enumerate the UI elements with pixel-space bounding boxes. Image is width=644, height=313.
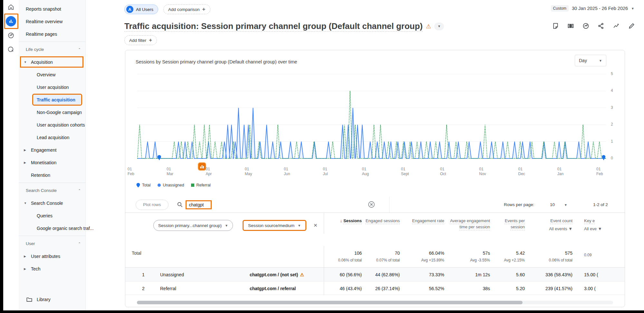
column-label: Average engagement time per session [450, 218, 490, 229]
sidebar-item-realtime-pages[interactable]: Realtime pages [19, 28, 85, 40]
total-metric-2: 66.04%Avg +15.89% [403, 246, 447, 267]
sidebar-item-engagement[interactable]: ▶Engagement [19, 144, 85, 156]
sidebar-item-user-acquisition-cohorts[interactable]: User acquisition cohorts [19, 119, 85, 131]
arrow-collapsed-icon[interactable]: ▶ [24, 267, 27, 270]
table-search[interactable]: chatgpt [177, 200, 212, 209]
add-comparison-button[interactable]: Add comparison + [163, 5, 210, 14]
sidebar-item-label: Monetisation [31, 160, 56, 165]
chevron-down-icon: ▼ [599, 59, 602, 62]
x-tick-8: 01Oct [440, 167, 459, 176]
arrow-expanded-icon[interactable]: ▼ [24, 61, 27, 64]
legend-item-referral: Referral [191, 183, 210, 187]
sidebar-item-non-google-campaign[interactable]: Non-Google campaign [19, 106, 85, 119]
notes-icon[interactable] [552, 23, 559, 29]
column-header-event-count[interactable]: Event countAll events ▼ [528, 213, 576, 234]
sidebar-item-tech[interactable]: ▶Tech [19, 262, 85, 275]
total-marker-tip-1 [602, 158, 605, 160]
column-header-engaged-sessions[interactable]: Engaged sessions [365, 213, 403, 234]
arrow-expanded-icon[interactable]: ▼ [24, 202, 27, 205]
home-icon[interactable] [3, 0, 19, 14]
chevron-up-icon[interactable]: ⌃ [78, 242, 81, 245]
column-header-key-e[interactable]: Key eAll eve ▼ [576, 213, 625, 234]
secondary-dimension-select[interactable]: Session source/medium ▼ [243, 220, 306, 231]
event-filter-select[interactable]: All events ▼ [528, 226, 572, 232]
y-tick-3: 3 [611, 105, 620, 110]
search-input[interactable]: chatgpt [186, 200, 212, 209]
sidebar-item-acquisition[interactable]: ▼Acquisition [19, 56, 85, 68]
column-header-engagement-rate[interactable]: Engagement rate [403, 213, 447, 234]
sidebar-item-label: Realtime pages [26, 32, 57, 37]
secondary-dimension-value: Session source/medium [248, 223, 294, 228]
clear-search-icon[interactable] [368, 201, 375, 209]
arrow-collapsed-icon[interactable]: ▶ [24, 148, 27, 152]
legend-label: Total [142, 183, 150, 187]
segment-pill-all-users[interactable]: A All Users [124, 5, 158, 14]
column-header-events-per-session[interactable]: Events per session [493, 213, 528, 234]
x-tick-2: 01Apr [206, 167, 225, 176]
sidebar-item-monetisation[interactable]: ▶Monetisation [19, 156, 85, 169]
x-axis-labels: 01Feb01Mar01Apr01May01Jun01Jul01Aug01Sep… [137, 167, 606, 180]
chevron-down-icon[interactable]: ▼ [564, 203, 567, 207]
add-filter-button[interactable]: Add filter + [124, 35, 157, 45]
plus-icon: + [149, 37, 152, 43]
legend-circle-icon [158, 184, 161, 187]
sidebar-item-label: Engagement [31, 147, 56, 153]
chevron-up-icon[interactable]: ⌃ [78, 189, 81, 192]
sidebar-item-queries[interactable]: Queries [19, 209, 85, 222]
sidebar-section-user[interactable]: User⌃ [19, 237, 85, 250]
report-toolbar [552, 23, 635, 29]
sidebar-item-overview[interactable]: Overview [19, 68, 85, 81]
sidebar-item-label: Overview [37, 72, 55, 77]
total-metric-4: 5.42Avg +2.15% [493, 246, 528, 267]
y-tick-4: 4 [611, 88, 620, 93]
sidebar-item-realtime-overview[interactable]: Realtime overview [19, 15, 85, 28]
row-channel-group: Referral [154, 286, 247, 291]
total-metric-5: 5750.06% of total [528, 246, 576, 267]
sidebar-section-label: Life cycle [26, 47, 44, 52]
legend-item-total: Total [136, 183, 150, 187]
explore-icon[interactable] [3, 28, 19, 43]
chart-title: Sessions by Session primary channel grou… [136, 59, 297, 64]
insights-circle-icon[interactable] [582, 23, 589, 29]
pagination-status: 1-2 of 2 [593, 202, 608, 207]
sidebar-item-lead-acquisition[interactable]: Lead acquisition [19, 131, 85, 144]
sidebar-item-search-console[interactable]: ▼Search Console [19, 197, 85, 209]
sidebar-item-retention[interactable]: Retention [19, 169, 85, 181]
column-header-average-engagement-time-per-session[interactable]: Average engagement time per session [447, 213, 493, 234]
sidebar-item-label: Acquisition [31, 60, 53, 65]
primary-dimension-select[interactable]: Session primary...channel group) ▼ [153, 220, 233, 231]
sidebar-item-label: Realtime overview [26, 19, 62, 24]
reports-icon[interactable] [3, 14, 19, 28]
date-range-picker[interactable]: Custom 30 Jan 2025 - 26 Feb 2026 ▼ [551, 5, 634, 12]
edit-icon[interactable] [628, 23, 635, 29]
chevron-down-icon: ▼ [631, 7, 634, 10]
sidebar-item-user-acquisition[interactable]: User acquisition [19, 81, 85, 93]
row-metric-0: 60 (56.6%) [324, 268, 365, 281]
row-metric-3: 38s [447, 281, 493, 295]
comparison-icon[interactable] [567, 23, 574, 29]
chevron-up-icon[interactable]: ⌃ [78, 48, 81, 51]
granularity-select[interactable]: Day ▼ [575, 55, 606, 66]
advertising-icon[interactable] [3, 43, 19, 57]
sidebar-item-user-attributes[interactable]: ▶User attributes [19, 250, 85, 262]
table-row-2[interactable]: 2Referralchatgpt.com / referral46 (43.4%… [125, 281, 625, 295]
sparkline-insights-icon[interactable] [613, 23, 620, 29]
sidebar-section-search-console[interactable]: Search Console⌃ [19, 184, 85, 197]
event-filter-select[interactable]: All eve ▼ [584, 226, 625, 232]
title-dropdown-button[interactable]: ▼ [434, 23, 444, 30]
rows-per-page-value[interactable]: 10 [550, 202, 555, 207]
table-row-1[interactable]: 1Unassignedchatgpt.com / (not set)⚠60 (5… [125, 267, 625, 281]
sidebar-item-traffic-acquisition[interactable]: Traffic acquisition [19, 93, 85, 106]
scrollbar-thumb[interactable] [137, 301, 523, 304]
sidebar-item-google-organic-search-traf[interactable]: Google organic search traf... [19, 222, 85, 234]
sidebar-item-reports-snapshot[interactable]: Reports snapshot [19, 3, 85, 15]
legend-label: Unassigned [163, 183, 184, 187]
arrow-collapsed-icon[interactable]: ▶ [24, 161, 27, 164]
column-header-sessions[interactable]: ↓Sessions [324, 213, 365, 234]
share-icon[interactable] [598, 23, 604, 29]
plot-rows-button[interactable]: Plot rows [136, 200, 168, 210]
arrow-collapsed-icon[interactable]: ▶ [24, 255, 27, 258]
remove-dimension-icon[interactable]: ✕ [313, 223, 318, 228]
sidebar-item-library[interactable]: Library [19, 294, 85, 305]
sidebar-section-life-cycle[interactable]: Life cycle⌃ [19, 43, 85, 56]
